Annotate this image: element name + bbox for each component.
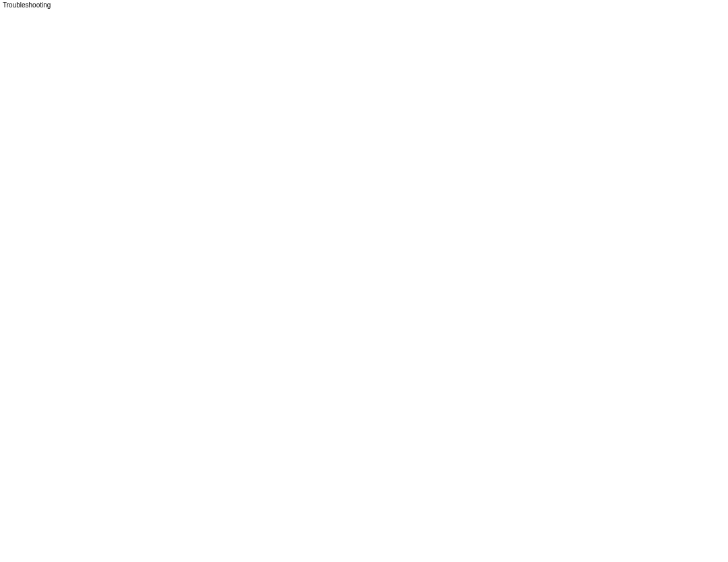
top-path-label: Troubleshooting bbox=[0, 0, 728, 10]
